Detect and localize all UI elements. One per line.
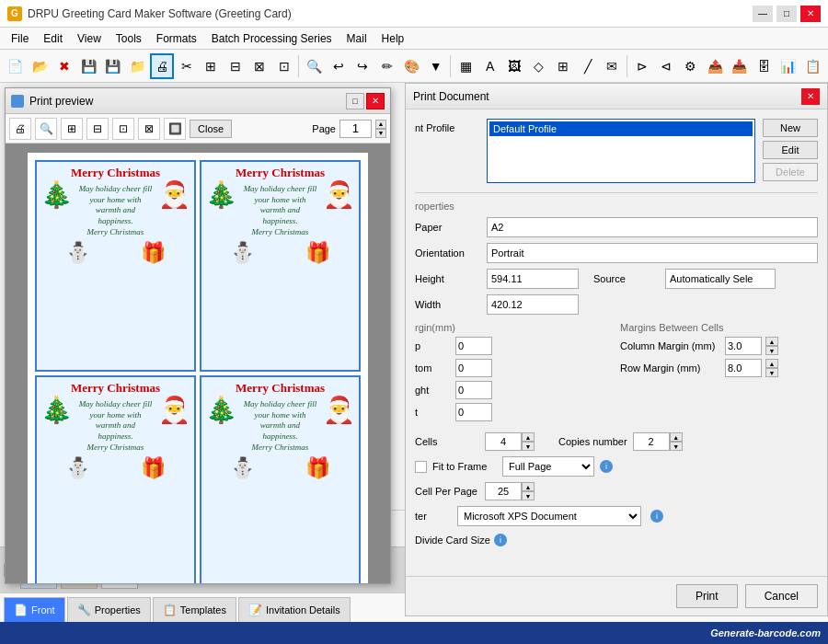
menu-batch-processing[interactable]: Batch Processing Series [204, 28, 339, 49]
preview-grid5-btn[interactable]: 🔲 [164, 118, 186, 140]
delete-profile-button[interactable]: Delete [763, 163, 818, 181]
cells-down[interactable]: ▼ [522, 442, 535, 451]
page-spin-down[interactable]: ▼ [375, 129, 386, 138]
toolbar-color[interactable]: 🎨 [399, 53, 423, 79]
source-input[interactable] [665, 269, 776, 289]
fit-info-icon[interactable]: i [600, 460, 613, 473]
cancel-button[interactable]: Cancel [745, 584, 818, 608]
toolbar-saveas[interactable]: 📁 [126, 53, 150, 79]
margin-t-input[interactable] [455, 403, 492, 421]
col-margin-input[interactable] [725, 337, 762, 355]
toolbar-cut[interactable]: ✂ [175, 53, 199, 79]
orientation-input[interactable] [487, 243, 818, 263]
toolbar-data2[interactable]: 📋 [800, 53, 824, 79]
row-margin-input[interactable] [725, 359, 762, 377]
tab-invitation-details[interactable]: 📝 Invitation Details [238, 597, 351, 622]
print-button[interactable]: Print [676, 584, 738, 608]
preview-maximize-button[interactable]: □ [346, 93, 364, 109]
paper-input[interactable] [487, 217, 818, 237]
divide-info-icon[interactable]: i [494, 534, 507, 546]
preview-zoom-btn[interactable]: 🔍 [35, 118, 57, 140]
toolbar-grid2[interactable]: ⊟ [224, 53, 247, 79]
toolbar-data[interactable]: 📊 [776, 53, 800, 79]
menu-edit[interactable]: Edit [36, 28, 70, 49]
edit-profile-button[interactable]: Edit [763, 141, 818, 159]
preview-print-btn[interactable]: 🖨 [9, 118, 31, 140]
menu-formats[interactable]: Formats [149, 28, 204, 49]
row-margin-up[interactable]: ▲ [765, 359, 778, 368]
toolbar-text[interactable]: A [478, 53, 502, 79]
col-margin-up[interactable]: ▲ [765, 337, 778, 346]
fit-to-frame-checkbox[interactable] [415, 461, 427, 473]
toolbar-import[interactable]: 📥 [728, 53, 752, 79]
toolbar-nav2[interactable]: ⊲ [654, 53, 678, 79]
toolbar-grid3[interactable]: ⊠ [247, 53, 271, 79]
toolbar-email[interactable]: ✉ [600, 53, 624, 79]
preview-grid3-btn[interactable]: ⊡ [112, 118, 134, 140]
full-page-select[interactable]: Full Page [502, 456, 594, 477]
row-margin-down[interactable]: ▼ [765, 368, 778, 377]
preview-grid1-btn[interactable]: ⊞ [61, 118, 83, 140]
toolbar-redo[interactable]: ↪ [351, 53, 374, 79]
toolbar-nav1[interactable]: ⊳ [630, 53, 654, 79]
copies-down[interactable]: ▼ [670, 442, 683, 451]
toolbar-print[interactable]: 🖨 [150, 53, 174, 79]
toolbar-grid4[interactable]: ⊡ [272, 53, 296, 79]
menu-mail[interactable]: Mail [339, 28, 374, 49]
close-button[interactable]: ✕ [800, 6, 821, 22]
margin-tom-input[interactable] [455, 359, 492, 377]
copies-input[interactable] [633, 432, 670, 451]
toolbar-undo[interactable]: ↩ [327, 53, 351, 79]
menu-tools[interactable]: Tools [109, 28, 149, 49]
copies-up[interactable]: ▲ [670, 432, 683, 442]
page-spin-up[interactable]: ▲ [375, 120, 386, 129]
height-input[interactable] [487, 269, 579, 289]
toolbar-table[interactable]: ⊞ [551, 53, 575, 79]
cells-up[interactable]: ▲ [522, 432, 535, 442]
printer-info-icon[interactable]: i [650, 510, 663, 523]
preview-close-label-btn[interactable]: Close [190, 120, 232, 138]
toolbar-settings[interactable]: ⚙ [679, 53, 703, 79]
toolbar-shapes[interactable]: ◇ [527, 53, 551, 79]
margin-p-input[interactable] [455, 337, 492, 355]
preview-grid2-btn[interactable]: ⊟ [86, 118, 109, 140]
minimize-button[interactable]: — [753, 6, 773, 22]
toolbar-export[interactable]: 📤 [703, 53, 727, 79]
toolbar-barcode[interactable]: ▦ [454, 53, 477, 79]
cell-per-page-up[interactable]: ▲ [522, 482, 535, 491]
toolbar-drop[interactable]: ▼ [424, 53, 448, 79]
toolbar-close[interactable]: ✖ [52, 53, 76, 79]
profile-selected[interactable]: Default Profile [489, 121, 753, 136]
cell-per-page-input[interactable] [485, 482, 522, 500]
profile-list[interactable]: Default Profile [487, 119, 755, 183]
preview-grid4-btn[interactable]: ⊠ [138, 118, 160, 140]
toolbar-line[interactable]: ╱ [576, 53, 600, 79]
maximize-button[interactable]: □ [776, 6, 797, 22]
width-input[interactable] [487, 294, 579, 315]
toolbar-save2[interactable]: 💾 [101, 53, 125, 79]
toolbar-img[interactable]: 🖼 [502, 53, 526, 79]
toolbar-db[interactable]: 🗄 [752, 53, 776, 79]
printer-select[interactable]: Microsoft XPS Document [457, 506, 641, 526]
tab-templates[interactable]: 📋 Templates [153, 597, 236, 622]
menu-view[interactable]: View [70, 28, 109, 49]
toolbar-new[interactable]: 📄 [4, 53, 28, 79]
col-margin-down[interactable]: ▼ [765, 346, 778, 355]
tab-front[interactable]: 📄 Front [4, 597, 65, 622]
toolbar-pencil[interactable]: ✏ [375, 53, 399, 79]
cell-per-page-down[interactable]: ▼ [522, 491, 535, 500]
margin-ght-input[interactable] [455, 381, 492, 399]
toolbar-grid[interactable]: ⊞ [199, 53, 223, 79]
dialog-close-button[interactable]: ✕ [801, 88, 820, 105]
new-profile-button[interactable]: New [763, 119, 818, 137]
page-input[interactable] [339, 120, 372, 138]
cells-input[interactable] [485, 432, 522, 451]
preview-close-button[interactable]: ✕ [366, 93, 385, 109]
toolbar-open[interactable]: 📂 [29, 53, 52, 79]
toolbar-zoom[interactable]: 🔍 [302, 53, 326, 79]
card-1-bottom: ⛄ 🎁 [40, 241, 190, 265]
menu-help[interactable]: Help [374, 28, 412, 49]
tab-properties[interactable]: 🔧 Properties [67, 597, 151, 622]
menu-file[interactable]: File [4, 28, 36, 49]
toolbar-save[interactable]: 💾 [77, 53, 101, 79]
